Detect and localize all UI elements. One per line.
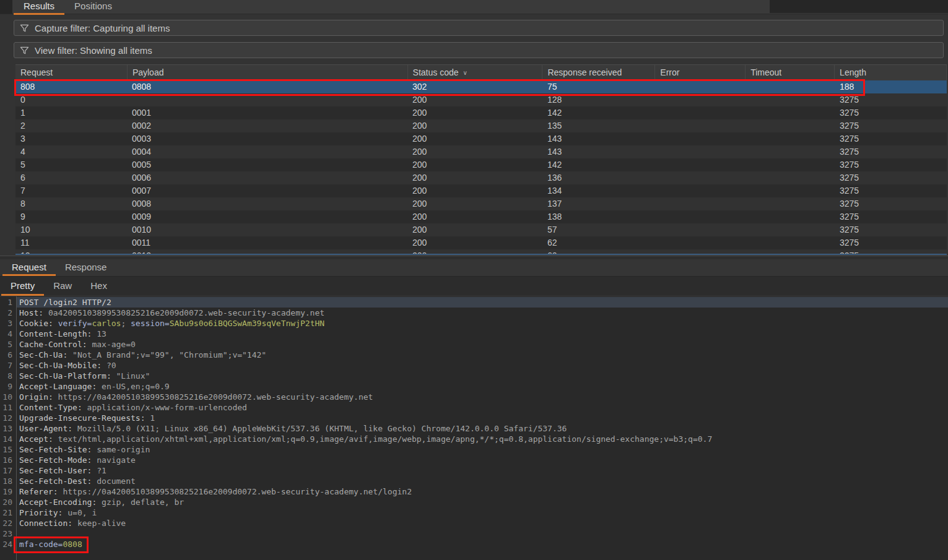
table-row[interactable]: 900092001383275 [15,210,947,223]
results-table-body[interactable]: 8080808302751880200128327510001200142327… [15,80,947,255]
table-row[interactable]: 110011200623275 [15,236,947,249]
line-text: Accept-Encoding: gzip, deflate, br [19,497,184,507]
line-number: 16 [0,455,12,465]
tab-pretty[interactable]: Pretty [1,277,44,296]
filter-icon [20,24,29,33]
table-row[interactable]: 100010200573275 [15,223,947,236]
line-number: 5 [0,339,12,350]
results-table-header: RequestPayloadStatus code∨Response recei… [15,64,947,80]
line-text: Origin: https://0a42005103899530825216e2… [19,392,373,402]
cell-length: 3275 [835,106,947,119]
cell-error [655,145,746,158]
tab-request[interactable]: Request [2,259,56,276]
table-row[interactable]: 400042001433275 [15,145,947,158]
table-row[interactable]: 800082001373275 [15,197,947,210]
column-header-length[interactable]: Length [834,65,946,80]
line-text: Sec-Ch-Ua: "Not_A Brand";v="99", "Chromi… [19,350,266,360]
tab-positions[interactable]: Positions [64,0,122,14]
cell-request: 808 [15,80,127,93]
line-text: Content-Length: 13 [19,329,107,339]
cell-request: 9 [15,210,127,223]
cell-length: 3275 [835,171,947,184]
cell-payload: 0006 [127,171,407,184]
table-row[interactable]: 200022001353275 [15,119,947,132]
cell-error [655,223,746,236]
window-edge-left [0,0,12,14]
cell-request: 10 [15,223,127,236]
cell-status: 200 [407,145,542,158]
line-number: 13 [0,423,12,434]
request-line: 21Priority: u=0, i [0,507,948,518]
cell-status: 200 [407,119,542,132]
cell-error [655,184,746,197]
line-text: Content-Type: application/x-www-form-url… [19,402,247,413]
column-header-request[interactable]: Request [15,65,127,80]
request-line: 8Sec-Ch-Ua-Platform: "Linux" [0,371,948,381]
request-editor[interactable]: 1POST /login2 HTTP/22Host: 0a42005103899… [0,296,948,560]
cell-payload: 0002 [127,119,407,132]
cell-timeout [746,106,835,119]
cell-request: 11 [15,236,127,249]
table-row[interactable]: 600062001363275 [15,171,947,184]
line-number: 7 [0,360,12,371]
line-number: 8 [0,371,12,381]
table-row[interactable]: 300032001433275 [15,132,947,145]
column-header-status-code[interactable]: Status code∨ [407,65,542,80]
cell-status: 200 [407,171,542,184]
view-filter-label: View filter: Showing all items [35,45,152,56]
request-line: 3Cookie: verify=carlos; session=SAbu9s0o… [0,318,948,329]
sort-descending-icon: ∨ [463,69,467,76]
table-row[interactable]: 100012001423275 [15,106,947,119]
cell-error [655,236,746,249]
cell-response: 57 [542,223,655,236]
cell-payload: 0005 [127,158,407,171]
request-line: 20Accept-Encoding: gzip, deflate, br [0,497,948,507]
table-row[interactable]: 02001283275 [15,93,947,106]
line-text: Connection: keep-alive [19,518,126,528]
tab-response[interactable]: Response [56,259,116,276]
cell-length: 3275 [835,197,947,210]
column-header-response-received[interactable]: Response received [542,65,654,80]
column-header-timeout[interactable]: Timeout [745,65,834,80]
line-text: Sec-Fetch-Mode: navigate [19,455,136,465]
cell-status: 200 [407,158,542,171]
cell-payload: 0011 [127,236,407,249]
cell-error [655,132,746,145]
line-number: 22 [0,518,12,528]
line-number: 19 [0,486,12,497]
capture-filter-bar[interactable]: Capture filter: Capturing all items [14,20,944,36]
request-line: 14Accept: text/html,application/xhtml+xm… [0,434,948,444]
cell-request: 2 [15,119,127,132]
table-row[interactable]: 500052001423275 [15,158,947,171]
column-header-error[interactable]: Error [654,65,745,80]
cell-timeout [746,236,835,249]
tab-request-label: Request [12,262,46,272]
line-number: 12 [0,413,12,423]
tab-raw-label: Raw [53,280,72,291]
cell-error [655,106,746,119]
line-text: Cookie: verify=carlos; session=SAbu9s0o6… [19,318,324,329]
tab-raw[interactable]: Raw [44,277,81,296]
table-row[interactable]: 700072001343275 [15,184,947,197]
filter-icon [20,46,29,55]
cell-timeout [746,145,835,158]
tab-hex[interactable]: Hex [81,277,116,296]
line-number: 24 [0,539,12,549]
tab-results[interactable]: Results [14,0,64,14]
cell-timeout [746,210,835,223]
tab-pretty-label: Pretty [11,280,35,291]
cell-timeout [746,171,835,184]
cell-payload [127,93,407,106]
tab-response-label: Response [65,262,107,272]
line-text: Priority: u=0, i [19,507,97,518]
request-line: 2Host: 0a42005103899530825216e2009d0072.… [0,308,948,318]
view-filter-bar[interactable]: View filter: Showing all items [14,42,944,58]
request-line: 5Cache-Control: max-age=0 [0,339,948,350]
cell-response: 143 [542,145,655,158]
request-line: 6Sec-Ch-Ua: "Not_A Brand";v="99", "Chrom… [0,350,948,360]
cell-payload: 0007 [127,184,407,197]
line-text: Host: 0a42005103899530825216e2009d0072.w… [19,308,324,318]
cell-response: 138 [542,210,655,223]
column-header-payload[interactable]: Payload [127,65,407,80]
table-row[interactable]: 808080830275188 [15,80,947,93]
